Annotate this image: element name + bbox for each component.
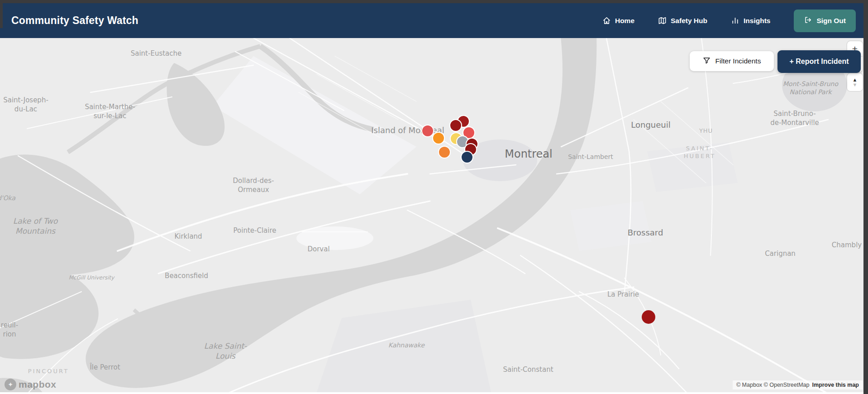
report-incident-button[interactable]: + Report Incident: [777, 50, 861, 73]
map-canvas[interactable]: Filter Incidents + Report Incident + ▲ ▼…: [0, 38, 863, 392]
incident-marker[interactable]: [438, 146, 451, 159]
nav-item-label: Home: [615, 17, 634, 25]
nav-item-label: Insights: [744, 17, 770, 25]
map-base-layer: [0, 38, 863, 392]
map-pitch-control[interactable]: ▲ ▼: [847, 73, 863, 91]
nav-item-label: Safety Hub: [671, 17, 707, 25]
sign-out-icon: [804, 16, 812, 26]
incident-marker[interactable]: [421, 125, 434, 137]
attribution-copyright[interactable]: © Mapbox © OpenStreetMap: [736, 382, 810, 388]
sign-out-button[interactable]: Sign Out: [794, 10, 856, 32]
sign-out-label: Sign Out: [816, 17, 846, 25]
mapbox-logo[interactable]: ✦ mapbox: [5, 379, 57, 390]
incident-marker[interactable]: [642, 310, 655, 324]
window-corner: [0, 3, 3, 28]
incident-marker[interactable]: [449, 119, 462, 132]
nav-item-safety-hub[interactable]: Safety Hub: [658, 16, 707, 25]
filter-icon: [703, 57, 711, 66]
app-header: Community Safety Watch HomeSafety HubIns…: [0, 3, 863, 38]
map-icon: [658, 16, 667, 25]
app-window: Community Safety Watch HomeSafety HubIns…: [0, 3, 863, 394]
incident-marker[interactable]: [432, 132, 445, 144]
filter-label: Filter Incidents: [715, 57, 761, 65]
pitch-down-icon: ▼: [853, 82, 858, 87]
bar-chart-icon: [731, 16, 739, 25]
filter-incidents-button[interactable]: Filter Incidents: [690, 51, 774, 71]
mapbox-logo-icon: ✦: [5, 379, 16, 390]
mapbox-logo-text: mapbox: [19, 379, 57, 390]
page-title: Community Safety Watch: [11, 14, 138, 27]
home-icon: [602, 16, 611, 25]
pitch-up-icon: ▲: [853, 77, 858, 82]
report-label: + Report Incident: [789, 58, 849, 66]
improve-this-map-link[interactable]: Improve this map: [812, 382, 859, 388]
incident-marker[interactable]: [461, 151, 473, 163]
map-attribution: © Mapbox © OpenStreetMap Improve this ma…: [733, 380, 863, 389]
main-nav: HomeSafety HubInsights Sign Out: [602, 10, 856, 32]
nav-item-home[interactable]: Home: [602, 16, 634, 25]
nav-item-insights[interactable]: Insights: [731, 16, 770, 25]
page-bottom-strip: [0, 392, 863, 394]
